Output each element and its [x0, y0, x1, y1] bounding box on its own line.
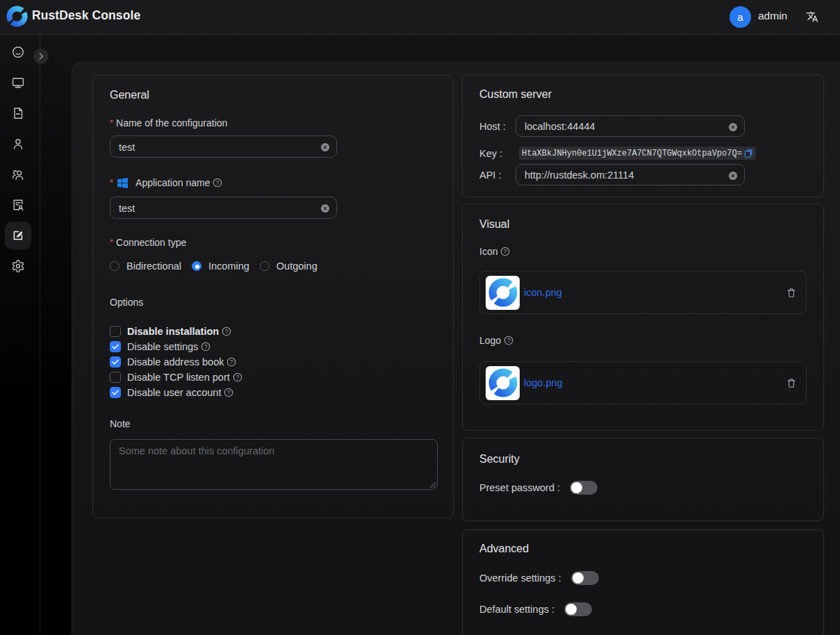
svg-text:?: ? — [507, 338, 511, 344]
svg-text:?: ? — [504, 249, 507, 255]
svg-text:?: ? — [236, 374, 239, 381]
svg-text:?: ? — [225, 329, 229, 335]
svg-text:?: ? — [227, 390, 231, 396]
svg-text:?: ? — [230, 359, 233, 365]
svg-text:?: ? — [216, 180, 220, 186]
svg-text:?: ? — [204, 344, 208, 350]
